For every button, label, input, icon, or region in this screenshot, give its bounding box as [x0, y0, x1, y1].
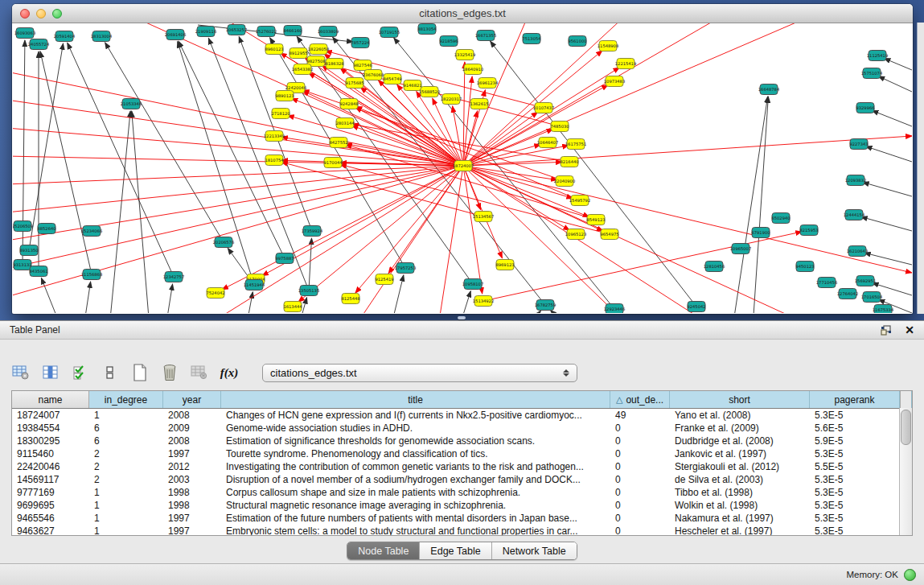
graph-node-10958107[interactable]: 10958107 — [462, 279, 483, 290]
graph-node-16782759[interactable]: 16782759 — [535, 300, 556, 311]
cell-in_degree[interactable]: 6 — [89, 435, 163, 447]
create-column-icon[interactable] — [130, 363, 150, 382]
graph-edge[interactable] — [861, 216, 912, 231]
graph-node-12810456[interactable]: 12810456 — [704, 262, 725, 272]
graph-node-20206576[interactable]: 20206576 — [213, 237, 234, 248]
graph-node-17359924[interactable]: 17359924 — [302, 226, 323, 237]
graph-node-17016504[interactable]: 17016504 — [861, 292, 883, 303]
cell-name[interactable]: 9777169 — [12, 486, 89, 499]
graph-node-9975887[interactable]: 9975887 — [275, 253, 294, 264]
cell-in_degree[interactable]: 1 — [89, 525, 163, 536]
cell-year[interactable]: 2012 — [163, 460, 221, 473]
cell-pagerank[interactable]: 5.3E-5 — [810, 486, 900, 499]
cell-short[interactable]: Yano et al. (2008) — [670, 409, 810, 422]
select-all-columns-icon[interactable] — [71, 363, 90, 382]
graph-node-11156868[interactable]: 11156868 — [81, 270, 102, 280]
graph-node-11548908[interactable]: 11548908 — [598, 41, 618, 51]
cell-year[interactable]: 2003 — [163, 473, 221, 486]
graph-edge[interactable] — [246, 292, 253, 313]
column-header-title[interactable]: title — [221, 391, 610, 408]
graph-node-12444154[interactable]: 12444154 — [844, 210, 865, 220]
graph-node-8912955[interactable]: 8912955 — [289, 48, 307, 59]
graph-node-8186328[interactable]: 8186328 — [325, 59, 343, 69]
cell-title[interactable]: Estimation of the future numbers of pati… — [221, 512, 610, 525]
cell-year[interactable]: 2008 — [163, 435, 221, 447]
graph-node-18226058[interactable]: 18226058 — [308, 44, 329, 55]
graph-node-9227343[interactable]: 9227343 — [849, 139, 868, 150]
graph-node-8427552[interactable]: 8427552 — [329, 138, 347, 148]
cell-out_de[interactable]: 49 — [610, 409, 670, 422]
graph-node-18640910[interactable]: 18640910 — [462, 64, 483, 75]
graph-node-9170044[interactable]: 9170044 — [323, 158, 343, 168]
graph-node-18313004[interactable]: 18313004 — [91, 31, 113, 42]
cell-year[interactable]: 2008 — [163, 409, 221, 422]
graph-edge[interactable] — [459, 291, 470, 313]
graph-node-9654975[interactable]: 9654975 — [600, 229, 618, 240]
graph-edge[interactable] — [178, 42, 254, 285]
graph-node-8549123[interactable]: 8549123 — [586, 215, 605, 225]
graph-node-9125419[interactable]: 9125419 — [375, 274, 393, 285]
graph-node-12093832[interactable]: 12093832 — [845, 175, 866, 186]
cell-in_degree[interactable]: 2 — [89, 460, 163, 473]
cell-name[interactable]: 18300295 — [12, 435, 89, 447]
graph-edge[interactable] — [222, 166, 463, 290]
graph-edge[interactable] — [40, 51, 92, 274]
cell-in_degree[interactable]: 2 — [89, 473, 163, 486]
table-row-18300295[interactable]: 1830029562008Estimation of significance … — [12, 435, 912, 447]
graph-node-6791900[interactable]: 6791900 — [751, 228, 770, 238]
graph-node-15495792[interactable]: 15495792 — [569, 196, 590, 206]
column-header-name[interactable]: name — [12, 391, 89, 408]
cell-short[interactable]: Nakamura et al. (1997) — [670, 512, 810, 525]
graph-node-16033809[interactable]: 16033809 — [318, 27, 339, 37]
graph-node-15134922[interactable]: 15134922 — [473, 296, 494, 307]
cell-title[interactable]: Tourette syndrome. Phenomenology and cla… — [221, 447, 610, 460]
graph-node-16210643[interactable]: 16210643 — [847, 246, 868, 257]
graph-edge[interactable] — [13, 128, 463, 166]
graph-node-8216440[interactable]: 8216440 — [560, 157, 578, 167]
graph-node-12923446[interactable]: 12923446 — [604, 304, 625, 314]
graph-edge[interactable] — [214, 166, 463, 313]
graph-edge[interactable] — [84, 282, 91, 313]
graph-edge[interactable] — [166, 284, 173, 313]
scrollbar-thumb[interactable] — [901, 410, 911, 445]
graph-node-9175685[interactable]: 9175685 — [345, 78, 363, 89]
float-panel-icon[interactable] — [881, 325, 892, 336]
graph-edge[interactable] — [878, 76, 912, 92]
column-header-out_de[interactable]: △out_de... — [610, 391, 670, 408]
graph-node-25206509[interactable]: 25206509 — [13, 221, 33, 232]
graph-node-13325419[interactable]: 13325419 — [454, 50, 475, 60]
graph-edge[interactable] — [105, 43, 224, 242]
cell-short[interactable]: Jankovic et al. (1997) — [670, 447, 810, 460]
zoom-window-icon[interactable] — [52, 9, 62, 19]
graph-node-11125419[interactable]: 11125419 — [867, 51, 888, 61]
graph-node-15751074[interactable]: 15751074 — [861, 68, 883, 79]
table-row-22420046[interactable]: 2242004622012Investigating the contribut… — [12, 460, 912, 473]
graph-edge[interactable] — [463, 23, 528, 166]
cell-name[interactable]: 9463627 — [12, 525, 89, 536]
graph-node-11675334[interactable]: 11675334 — [873, 305, 894, 314]
network-window-titlebar[interactable]: citations_edges.txt — [12, 4, 913, 23]
cell-title[interactable]: Estimation of significance thresholds fo… — [221, 435, 610, 447]
graph-node-12342757[interactable]: 12342757 — [163, 272, 184, 282]
graph-node-10973483[interactable]: 10973483 — [604, 76, 625, 87]
graph-edge[interactable] — [41, 278, 61, 313]
graph-node-11451944[interactable]: 11451944 — [244, 280, 265, 290]
tab-network-table[interactable]: Network Table — [491, 542, 577, 559]
cell-out_de[interactable]: 0 — [610, 525, 670, 536]
graph-edge[interactable] — [13, 166, 463, 212]
cell-in_degree[interactable]: 1 — [89, 512, 163, 525]
graph-node-15234066[interactable]: 15234066 — [81, 226, 102, 237]
cell-in_degree[interactable]: 1 — [89, 409, 163, 422]
cell-pagerank[interactable]: 5.3E-5 — [810, 473, 900, 486]
graph-edge[interactable] — [355, 166, 463, 293]
unselect-columns-icon[interactable] — [101, 363, 120, 382]
table-settings-icon[interactable] — [11, 363, 31, 382]
graph-node-1362615[interactable]: 1362615 — [470, 99, 488, 109]
cell-title[interactable]: Corpus callosum shape and size in male p… — [221, 486, 610, 499]
cell-in_degree[interactable]: 1 — [89, 499, 163, 512]
cell-name[interactable]: 22420046 — [12, 460, 89, 473]
graph-node-9242848[interactable]: 9242848 — [339, 99, 358, 109]
table-row-9115460[interactable]: 911546021997Tourette syndrome. Phenomeno… — [12, 447, 912, 460]
graph-node-12215419[interactable]: 12215419 — [615, 59, 636, 69]
cell-in_degree[interactable]: 6 — [89, 422, 163, 435]
